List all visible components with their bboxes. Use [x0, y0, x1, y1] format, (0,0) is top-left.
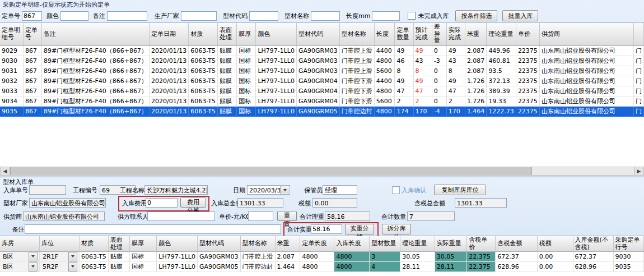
cell[interactable]: 2020/01/13 — [149, 45, 188, 56]
cell[interactable]: 672.37 — [496, 252, 538, 262]
cell[interactable]: 0 — [432, 45, 446, 56]
cell[interactable]: 449.96 — [487, 45, 516, 56]
cell[interactable]: 6063-T5 — [189, 56, 218, 66]
cell[interactable]: 国标 — [237, 106, 256, 116]
cell[interactable]: 门带腔上滑 — [339, 56, 374, 66]
cell[interactable]: 2020/01/13 — [149, 76, 188, 86]
cell[interactable]: 山东南山铝业股份有限公司 — [539, 66, 633, 76]
cell[interactable]: 山东南山铝业股份有限公司 — [539, 96, 633, 106]
profile-name-input[interactable] — [311, 11, 340, 21]
cell[interactable]: 867 — [24, 66, 42, 76]
producer-input[interactable] — [181, 11, 217, 21]
cell[interactable]: 1.726 — [465, 86, 487, 96]
cell[interactable]: 43 — [446, 56, 465, 66]
cell[interactable]: 49 — [413, 45, 432, 56]
cell[interactable]: 6063-T5 — [80, 262, 109, 272]
cell[interactable]: 山东南山铝业股份有限公司 — [539, 76, 633, 86]
cell[interactable]: 22375 — [516, 56, 539, 66]
cell[interactable]: 49 — [413, 76, 432, 86]
date-field[interactable]: 2020/03/31 — [247, 185, 290, 195]
actual-share-button[interactable]: 实重分摊 — [345, 224, 374, 234]
cell[interactable]: 372.13 — [487, 76, 516, 86]
cell[interactable]: 1.464 — [465, 106, 487, 116]
cell[interactable]: 贴膜 — [218, 66, 237, 76]
dropdown-arrow-icon[interactable] — [68, 252, 77, 261]
clipped-cell[interactable]: 门 — [633, 76, 643, 86]
scrollbar-thumb[interactable] — [10, 167, 532, 175]
cell[interactable]: 170 — [446, 106, 465, 116]
cell[interactable]: 28.11 — [435, 262, 466, 272]
cell[interactable]: 贴膜 — [218, 56, 237, 66]
cell[interactable]: 6063-T5 — [189, 106, 218, 116]
cell[interactable]: 867 — [24, 86, 42, 96]
cell[interactable]: 2020/01/13 — [149, 106, 188, 116]
cell[interactable]: 30.05 — [435, 252, 466, 262]
cell[interactable]: 49 — [395, 45, 413, 56]
cell[interactable]: 2 — [413, 96, 432, 106]
cell[interactable]: 门带腔边封 — [339, 106, 374, 116]
cell[interactable]: 4800 — [300, 252, 334, 262]
cell[interactable]: 22375 — [516, 86, 539, 96]
order-detail-row[interactable]: 903386789#门框型材F26-F40（866+867）2020/01/13… — [0, 86, 644, 96]
cell[interactable]: 9033 — [0, 86, 24, 96]
cell[interactable]: LH797-1LL0 — [256, 56, 297, 66]
cell[interactable]: 2020/01/13 — [149, 66, 188, 76]
cell[interactable]: 19.33 — [487, 96, 516, 106]
cell[interactable]: 5600 — [374, 96, 395, 106]
scroll-left-icon[interactable]: ◀ — [1, 167, 10, 175]
cell[interactable]: 山东南山铝业股份有限公司 — [539, 56, 633, 66]
cell[interactable]: 贴膜 — [218, 45, 237, 56]
cell[interactable]: 2020/01/13 — [149, 56, 188, 66]
cell[interactable]: 2.087 — [465, 66, 487, 76]
cell[interactable]: 8 — [395, 66, 413, 76]
cell[interactable]: LH797-1LL0 — [256, 86, 297, 96]
cell[interactable]: 9032 — [0, 76, 24, 86]
cell[interactable]: 22375 — [516, 106, 539, 116]
cell[interactable]: 47 — [446, 86, 465, 96]
cell[interactable]: 贴膜 — [218, 106, 237, 116]
cell[interactable]: 867 — [24, 96, 42, 106]
cell[interactable]: 47 — [395, 86, 413, 96]
cell[interactable]: 6063-T5 — [189, 86, 218, 96]
cell[interactable]: 628.96 — [573, 262, 613, 272]
entry-fee-input[interactable] — [146, 198, 178, 208]
filter-by-condition-button[interactable]: 按条件筛选 — [455, 10, 497, 21]
clipped-cell[interactable]: 门 — [633, 66, 643, 76]
cell[interactable]: 国标 — [129, 262, 156, 272]
cell[interactable]: LH797-1LL0 — [256, 45, 297, 56]
clipped-cell[interactable]: 门 — [633, 106, 643, 116]
cell[interactable]: 43 — [413, 56, 432, 66]
cell[interactable]: GA90GRM03 — [297, 45, 340, 56]
unfinished-checkbox[interactable] — [408, 12, 416, 20]
order-detail-row[interactable]: 903286789#门框型材F26-F40（866+867）2020/01/13… — [0, 76, 644, 86]
cell[interactable]: LH797-1LL0 — [256, 66, 297, 76]
order-detail-row[interactable]: 903186789#门框型材F26-F40（866+867）2020/01/13… — [0, 66, 644, 76]
cell[interactable]: -4 — [432, 106, 446, 116]
cell[interactable]: GA90GRM05 — [297, 106, 340, 116]
cell[interactable]: 22375 — [516, 76, 539, 86]
cell[interactable]: 460.81 — [487, 56, 516, 66]
cell[interactable]: 867 — [24, 45, 42, 56]
cell[interactable]: 89#门框型材F26-F40（866+867） — [41, 45, 149, 56]
profile-code-input[interactable] — [249, 11, 278, 21]
reset-button[interactable]: 重置 — [277, 211, 297, 221]
cell[interactable]: 2.087 — [465, 56, 487, 66]
cell[interactable]: 9030 — [0, 56, 24, 66]
cell[interactable]: 2020/01/13 — [149, 86, 188, 96]
order-detail-row[interactable]: 903586789#门框型材F26-F40（866+867）2020/01/13… — [0, 106, 644, 116]
cell[interactable]: 1.726 — [465, 96, 487, 106]
cell[interactable]: 22.375 — [467, 252, 496, 262]
copy-location-button[interactable]: 复制库房库位 — [434, 185, 486, 195]
cell[interactable]: 89#门框型材F26-F40（866+867） — [41, 106, 149, 116]
cell[interactable]: 2020/01/13 — [149, 96, 188, 106]
cell[interactable]: 89#门框型材F26-F40（866+867） — [41, 96, 149, 106]
cell[interactable]: 22375 — [516, 45, 539, 56]
cell[interactable]: 89#门框型材F26-F40（866+867） — [41, 76, 149, 86]
cell[interactable]: 4800 — [374, 106, 395, 116]
cell[interactable]: GA90GRM03 — [197, 252, 240, 262]
cell[interactable]: 国标 — [237, 86, 256, 96]
order-detail-row[interactable]: 903486789#门框型材F26-F40（866+867）2020/01/13… — [0, 96, 644, 106]
cell[interactable]: 47 — [413, 86, 432, 96]
cell[interactable]: 6063-T5 — [189, 66, 218, 76]
cell[interactable]: -3 — [432, 56, 446, 66]
